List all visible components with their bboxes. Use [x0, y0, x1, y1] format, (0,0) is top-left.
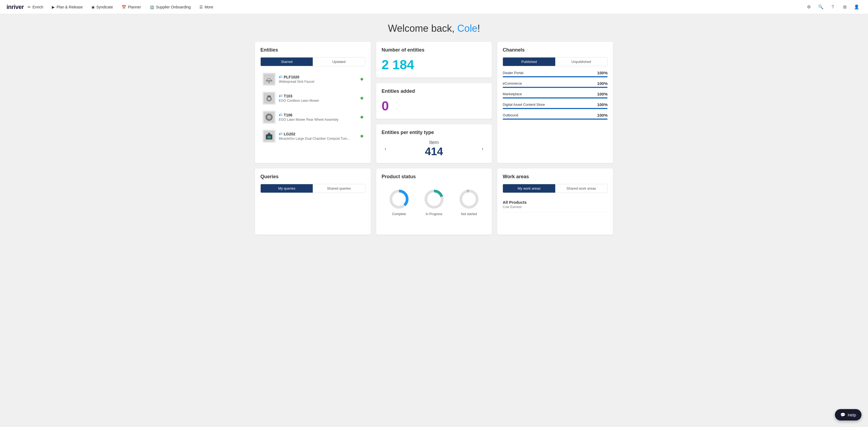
entities-tab-updated[interactable]: Updated: [313, 58, 365, 66]
help-icon-button[interactable]: ?: [828, 2, 838, 12]
channel-fill-3: [503, 108, 608, 109]
entity-name-3: MiracleGro Large Dual Chamber Compost Tu…: [279, 137, 357, 141]
work-areas-tab-bar: My work areas Shared work areas: [503, 184, 608, 193]
tag-icon-1: 🏷: [279, 94, 282, 98]
queries-tab-shared[interactable]: Shared queries: [313, 184, 365, 193]
planner-icon: 📅: [122, 5, 126, 9]
next-type-button[interactable]: ›: [479, 145, 486, 152]
nav-syndicate[interactable]: ◉ Syndicate: [88, 3, 117, 11]
nav-more[interactable]: ☰ More: [195, 3, 217, 11]
entity-item-2[interactable]: 🏷 T106 EGO Lawn Mower Rear Wheel Assembl…: [260, 108, 365, 126]
queries-card: Queries My queries Shared queries: [255, 169, 371, 235]
tag-icon-3: 🏷: [279, 132, 282, 136]
channel-name-4: Outbound: [503, 113, 518, 117]
prev-type-button[interactable]: ‹: [382, 145, 389, 152]
nav-plan-release[interactable]: ▶ Plan & Release: [48, 3, 87, 11]
logo[interactable]: inriver: [6, 3, 24, 10]
work-areas-tab-my[interactable]: My work areas: [503, 184, 555, 193]
donut-row: Complete In Progress Not started: [382, 184, 487, 216]
nav-planner[interactable]: 📅 Planner: [118, 3, 145, 11]
tag-icon-2: 🏷: [279, 113, 282, 117]
queries-tab-my[interactable]: My queries: [261, 184, 313, 193]
number-of-entities-value: 2 184: [382, 57, 487, 72]
donut-label-0: Complete: [392, 212, 406, 216]
donut-wrap-2: Not started: [458, 188, 480, 216]
plan-release-icon: ▶: [52, 5, 55, 9]
svg-rect-6: [268, 95, 271, 97]
search-button[interactable]: 🔍: [816, 2, 826, 12]
entity-info-3: 🏷 LG202 MiracleGro Large Dual Chamber Co…: [279, 132, 357, 141]
nav-plan-release-label: Plan & Release: [56, 5, 83, 9]
status-dot-2: [361, 116, 363, 119]
channel-pct-3: 100%: [597, 102, 608, 107]
channel-header-3: Digital Asset Content Store 100%: [503, 102, 608, 107]
entity-thumb-0: [262, 73, 276, 86]
channel-bar-4: [503, 119, 608, 120]
entity-info-1: 🏷 T103 EGO Cordless Lawn Mower: [279, 94, 357, 102]
channel-header-1: eCommerce 100%: [503, 81, 608, 86]
supplier-icon: 🏢: [150, 5, 154, 9]
work-areas-card: Work areas My work areas Shared work are…: [497, 169, 613, 235]
channels-tab-published[interactable]: Published: [503, 58, 555, 66]
entities-card: Entities Starred Updated 🏷 PLF1020 Wides…: [255, 42, 371, 163]
entity-code-2: 🏷 T106: [279, 113, 357, 117]
work-area-list: All Products Cole Earnest: [503, 197, 608, 212]
svg-point-10: [269, 117, 270, 118]
donut-chart-0: [388, 188, 410, 210]
channel-name-2: Marketplace: [503, 92, 522, 96]
work-areas-tab-shared[interactable]: Shared work areas: [555, 184, 607, 193]
nav-supplier-onboarding[interactable]: 🏢 Supplier Onboarding: [146, 3, 194, 11]
channel-bar-2: [503, 97, 608, 98]
channels-card: Channels Published Unpublished Dealer Po…: [497, 42, 613, 163]
dashboard-grid-top: Entities Starred Updated 🏷 PLF1020 Wides…: [255, 42, 613, 163]
product-status-card: Product status Complete In Progress: [376, 169, 492, 235]
channels-tab-unpublished[interactable]: Unpublished: [555, 58, 607, 66]
status-dot-0: [361, 78, 363, 81]
entity-name-0: Widespread Sink Faucet: [279, 80, 357, 84]
nav-supplier-label: Supplier Onboarding: [156, 5, 191, 9]
entity-type-count: 414: [425, 145, 443, 158]
entity-info-2: 🏷 T106 EGO Lawn Mower Rear Wheel Assembl…: [279, 113, 357, 122]
entity-thumb-3: [262, 130, 276, 143]
channel-fill-2: [503, 97, 608, 98]
nav-enrich-label: Enrich: [33, 5, 43, 9]
channels-tab-bar: Published Unpublished: [503, 57, 608, 66]
entity-code-3: 🏷 LG202: [279, 132, 357, 136]
bottom-grid: Queries My queries Shared queries Produc…: [255, 169, 613, 235]
settings-button[interactable]: ⚙: [804, 2, 814, 12]
channel-pct-1: 100%: [597, 81, 608, 86]
channel-item-4: Outbound 100%: [503, 113, 608, 120]
entities-added-value: 0: [382, 98, 487, 113]
entity-code-0: 🏷 PLF1020: [279, 75, 357, 79]
channel-bar-3: [503, 108, 608, 109]
entity-item-3[interactable]: 🏷 LG202 MiracleGro Large Dual Chamber Co…: [260, 127, 365, 145]
entity-item[interactable]: 🏷 PLF1020 Widespread Sink Faucet: [260, 70, 365, 88]
channels-title: Channels: [503, 47, 608, 53]
channel-name-0: Dealer Portal: [503, 71, 523, 75]
work-area-item-0[interactable]: All Products Cole Earnest: [503, 197, 608, 212]
entities-tab-starred[interactable]: Starred: [261, 58, 313, 66]
entity-type-nav: ‹ Item 414 ›: [382, 140, 487, 158]
nav-more-label: More: [205, 5, 213, 9]
work-areas-title: Work areas: [503, 174, 608, 180]
channel-name-3: Digital Asset Content Store: [503, 102, 545, 106]
channel-header-4: Outbound 100%: [503, 113, 608, 118]
channel-item-3: Digital Asset Content Store 100%: [503, 102, 608, 109]
entity-item-1[interactable]: 🏷 T103 EGO Cordless Lawn Mower: [260, 89, 365, 108]
channel-fill-4: [503, 119, 608, 120]
entity-info-0: 🏷 PLF1020 Widespread Sink Faucet: [279, 75, 357, 84]
entities-per-type-title: Entities per entity type: [382, 130, 487, 135]
welcome-username: Cole: [457, 23, 477, 34]
entity-name-1: EGO Cordless Lawn Mower: [279, 99, 357, 102]
donut-wrap-1: In Progress: [423, 188, 445, 216]
svg-rect-14: [268, 136, 271, 139]
profile-button[interactable]: 👤: [852, 2, 862, 12]
svg-point-19: [461, 191, 477, 207]
entities-added-title: Entities added: [382, 88, 487, 94]
svg-point-5: [268, 97, 271, 100]
work-area-user-0: Cole Earnest: [503, 205, 608, 209]
main-content: Welcome back, Cole! Entities Starred Upd…: [244, 14, 624, 243]
grid-button[interactable]: ⊞: [840, 2, 849, 12]
nav-enrich[interactable]: ✏ Enrich: [24, 3, 47, 11]
middle-column: Number of entities 2 184 Entities added …: [376, 42, 492, 163]
